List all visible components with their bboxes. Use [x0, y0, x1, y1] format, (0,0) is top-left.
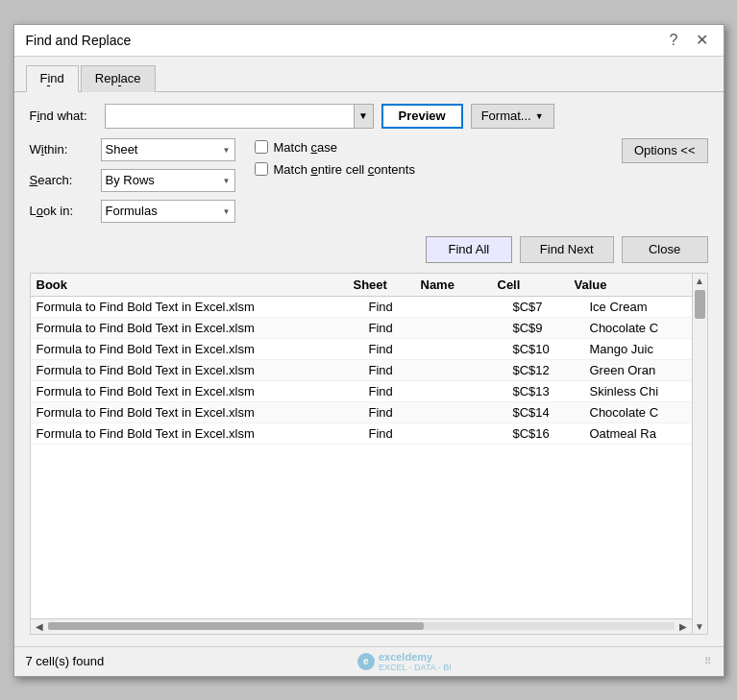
tab-replace[interactable]: Replace [81, 65, 156, 92]
cell-sheet: Find [369, 342, 436, 356]
col-name: Name [421, 278, 498, 292]
format-label: Format... [481, 109, 531, 123]
cell-sheet: Find [369, 426, 436, 441]
search-dropdown-wrapper: By Rows By Columns [101, 169, 235, 192]
table-row[interactable]: Formula to Find Bold Text in Excel.xlsm … [31, 423, 692, 445]
cell-sheet: Find [369, 321, 436, 335]
table-row[interactable]: Formula to Find Bold Text in Excel.xlsm … [31, 381, 692, 402]
preview-button[interactable]: Preview [381, 104, 463, 129]
cell-book: Formula to Find Bold Text in Excel.xlsm [37, 363, 369, 377]
lookin-row: Look in: Formulas Values Notes [30, 200, 235, 223]
cell-sheet: Find [369, 300, 436, 314]
v-scrollbar[interactable]: ▲ ▼ [692, 274, 707, 634]
status-text: 7 cell(s) found [26, 654, 105, 668]
find-all-button[interactable]: Find All [426, 236, 512, 263]
scroll-up-arrow[interactable]: ▲ [693, 274, 707, 288]
find-replace-dialog: Find and Replace ? ✕ Find Replace Find w… [13, 24, 725, 677]
resize-handle[interactable]: ⠿ [704, 656, 711, 666]
col-value: Value [575, 278, 671, 292]
lookin-dropdown[interactable]: Formulas Values Notes [101, 200, 235, 223]
title-bar-controls: ? ✕ [666, 33, 712, 48]
find-what-label: Find what: [30, 109, 97, 123]
format-button[interactable]: Format... ▼ [471, 104, 554, 129]
cell-book: Formula to Find Bold Text in Excel.xlsm [37, 405, 369, 420]
cell-book: Formula to Find Bold Text in Excel.xlsm [37, 300, 369, 314]
cell-name [436, 300, 513, 314]
close-button[interactable]: Close [622, 236, 708, 263]
table-row[interactable]: Formula to Find Bold Text in Excel.xlsm … [31, 318, 692, 339]
watermark-icon: e [357, 653, 375, 670]
within-row: Within: Sheet Workbook [30, 138, 235, 161]
cell-value: Chocolate C [590, 405, 686, 420]
cell-name [436, 342, 513, 356]
find-input[interactable] [106, 105, 354, 128]
cell-cell: $C$16 [513, 426, 590, 441]
col-sheet: Sheet [354, 278, 421, 292]
tab-bar: Find Replace [14, 57, 724, 92]
cell-cell: $C$10 [513, 342, 590, 356]
cell-value: Green Oran [590, 363, 686, 377]
cell-name [436, 426, 513, 441]
cell-value: Ice Cream [590, 300, 686, 314]
cell-name [436, 363, 513, 377]
watermark-text: exceldemy EXCEL - DATA - BI [379, 651, 452, 672]
within-dropdown[interactable]: Sheet Workbook [101, 138, 235, 161]
lookin-label: Look in: [30, 204, 95, 218]
options-button[interactable]: Options << [622, 138, 708, 163]
cell-name [436, 405, 513, 420]
results-main: Book Sheet Name Cell Value Formula to Fi… [31, 274, 692, 634]
search-row: Search: By Rows By Columns [30, 169, 235, 192]
find-dropdown-arrow[interactable]: ▼ [354, 105, 373, 128]
tab-find-label: Find [40, 71, 64, 85]
scroll-down-arrow[interactable]: ▼ [693, 619, 707, 634]
search-label: Search: [30, 173, 95, 187]
table-row[interactable]: Formula to Find Bold Text in Excel.xlsm … [31, 339, 692, 360]
options-section: Within: Sheet Workbook Search: By Rows [30, 138, 708, 223]
cell-cell: $C$14 [513, 405, 590, 420]
results-table-wrapper: Book Sheet Name Cell Value Formula to Fi… [30, 273, 708, 635]
dialog-content: Find what: ▼ Preview Format... ▼ Within: [14, 92, 724, 646]
h-scroll-thumb[interactable] [48, 622, 424, 630]
match-entire-label: Match entire cell contents [274, 162, 415, 177]
cell-cell: $C$12 [513, 363, 590, 377]
table-row[interactable]: Formula to Find Bold Text in Excel.xlsm … [31, 360, 692, 381]
cell-sheet: Find [369, 405, 436, 420]
close-title-button[interactable]: ✕ [692, 33, 712, 48]
dialog-title: Find and Replace [26, 33, 132, 48]
results-header: Book Sheet Name Cell Value [31, 274, 692, 297]
results-body[interactable]: Formula to Find Bold Text in Excel.xlsm … [31, 297, 692, 618]
search-dropdown[interactable]: By Rows By Columns [101, 169, 235, 192]
cell-value: Skinless Chi [590, 384, 686, 398]
h-scrollbar[interactable]: ◀ ▶ [31, 618, 692, 634]
match-case-row: Match case [255, 140, 415, 155]
find-next-button[interactable]: Find Next [520, 236, 614, 263]
match-case-label: Match case [274, 140, 337, 155]
cell-cell: $C$9 [513, 321, 590, 335]
match-entire-checkbox[interactable] [255, 162, 268, 176]
cell-sheet: Find [369, 384, 436, 398]
lookin-dropdown-wrapper: Formulas Values Notes [101, 200, 235, 223]
within-dropdown-wrapper: Sheet Workbook [101, 138, 235, 161]
table-row[interactable]: Formula to Find Bold Text in Excel.xlsm … [31, 402, 692, 423]
status-bar: 7 cell(s) found e exceldemy EXCEL - DATA… [14, 646, 724, 676]
dropdowns-column: Within: Sheet Workbook Search: By Rows [30, 138, 235, 223]
cell-sheet: Find [369, 363, 436, 377]
cell-value: Chocolate C [590, 321, 686, 335]
table-row[interactable]: Formula to Find Bold Text in Excel.xlsm … [31, 297, 692, 318]
within-label: Within: [30, 142, 95, 157]
h-scroll-left-arrow[interactable]: ◀ [33, 621, 46, 632]
tab-find[interactable]: Find [26, 65, 79, 92]
h-scroll-track [48, 622, 675, 630]
title-bar: Find and Replace ? ✕ [14, 25, 724, 57]
scroll-thumb[interactable] [695, 290, 705, 319]
help-button[interactable]: ? [666, 33, 682, 48]
cell-name [436, 321, 513, 335]
col-cell: Cell [498, 278, 575, 292]
cell-name [436, 384, 513, 398]
h-scroll-right-arrow[interactable]: ▶ [676, 621, 690, 632]
cell-book: Formula to Find Bold Text in Excel.xlsm [37, 426, 369, 441]
results-inner: Book Sheet Name Cell Value Formula to Fi… [31, 274, 707, 634]
match-case-checkbox[interactable] [255, 140, 268, 154]
scroll-track [693, 288, 707, 619]
checkboxes-column: Match case Match entire cell contents [255, 138, 415, 177]
